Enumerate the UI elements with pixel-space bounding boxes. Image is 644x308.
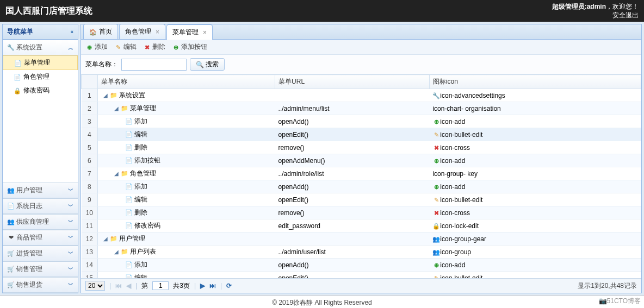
sidebar-panel-2[interactable]: 📄 系统日志 ︾ xyxy=(3,198,78,214)
collapse-left-icon[interactable]: « xyxy=(70,29,73,35)
logout-link[interactable]: 安全退出 xyxy=(612,11,639,19)
sidebar-item-1[interactable]: 📄角色管理 xyxy=(3,70,78,84)
next-page-button[interactable]: ▶ xyxy=(200,282,205,290)
footer: © 2019徐春静 All Rights Reserved xyxy=(0,296,644,308)
page-icon: 📄 xyxy=(125,274,133,278)
heart-icon: ❤ xyxy=(7,234,15,241)
group-icon: 👥 xyxy=(7,186,15,194)
table-row[interactable]: 7 ◢📁 角色管理 ../admin/role/list icon-group-… xyxy=(82,167,641,180)
table-row[interactable]: 6 📄 添加按钮 openAddMenu() ⊕icon-add xyxy=(82,154,641,167)
add-icon: ⊕ xyxy=(432,183,440,191)
table-row[interactable]: 4 📄 编辑 openEdit() ✎icon-bullet-edit xyxy=(82,128,641,141)
watermark: 📷51CTO博客 xyxy=(599,297,641,306)
edit-icon: ✎ xyxy=(432,196,440,204)
table-row[interactable]: 3 📄 添加 openAdd() ⊕icon-add xyxy=(82,115,641,128)
last-page-button[interactable]: ⏭ xyxy=(209,282,216,290)
lock-icon: 🔒 xyxy=(432,222,440,230)
sidebar-title: 导航菜单 « xyxy=(3,24,78,40)
tree-toggle-icon[interactable]: ◢ xyxy=(103,236,108,242)
tab-2[interactable]: 菜单管理× xyxy=(166,24,213,40)
cross-icon: ✖ xyxy=(432,209,440,217)
sidebar-panel-6[interactable]: 🛒 销售管理 ︾ xyxy=(3,261,78,277)
edit-icon: ✎ xyxy=(432,274,440,279)
tab-0[interactable]: 🏠首页 xyxy=(83,24,118,39)
sidebar-panel-5[interactable]: 🛒 进货管理 ︾ xyxy=(3,246,78,261)
page-icon: 📄 xyxy=(125,222,133,229)
cross-icon: ✖ xyxy=(432,144,440,152)
first-page-button[interactable]: ⏮ xyxy=(115,282,122,290)
chevron-icon: ︾ xyxy=(68,250,73,257)
sidebar-panel-0[interactable]: 🔧 系统设置 ︽ xyxy=(3,40,78,55)
search-input[interactable] xyxy=(121,59,187,71)
add-button[interactable]: ⊕添加 xyxy=(85,42,108,52)
refresh-button[interactable]: ⟳ xyxy=(226,282,232,290)
header-user-area: 超级管理员:admin，欢迎您！ 安全退出 xyxy=(552,2,639,20)
cart-icon: 🛒 xyxy=(7,249,15,257)
page-icon: 📄 xyxy=(14,59,22,67)
chevron-icon: ︽ xyxy=(68,44,73,52)
table-row[interactable]: 2 ◢📁 菜单管理 ../admin/menu/list icon-chart-… xyxy=(82,102,641,115)
tab-1[interactable]: 角色管理× xyxy=(119,24,165,39)
table-row[interactable]: 10 📄 删除 remove() ✖icon-cross xyxy=(82,206,641,219)
pager-info: 显示1到20,共48记录 xyxy=(578,281,637,291)
lock-icon: 🔒 xyxy=(14,87,21,95)
page-icon: 📄 xyxy=(125,156,133,164)
page-icon: 📄 xyxy=(125,130,133,138)
column-header[interactable]: 菜单名称 xyxy=(98,75,275,89)
table-row[interactable]: 8 📄 添加 openAdd() ⊕icon-add xyxy=(82,180,641,193)
sidebar-panel-3[interactable]: 👥 供应商管理 ︾ xyxy=(3,214,78,230)
cross-icon: ✖ xyxy=(143,43,151,51)
add-icon: ⊕ xyxy=(432,261,440,269)
table-row[interactable]: 14 📄 添加 openAdd() ⊕icon-add xyxy=(82,259,641,272)
home-icon: 🏠 xyxy=(89,28,97,36)
page-input[interactable] xyxy=(152,281,169,290)
page-icon: 📄 xyxy=(7,202,15,210)
table-row[interactable]: 9 📄 编辑 openEdit() ✎icon-bullet-edit xyxy=(82,193,641,206)
tab-bar: 🏠首页 角色管理× 菜单管理× xyxy=(81,24,641,40)
table-row[interactable]: 13 ◢📁 用户列表 ../admin/user/list 👥icon-grou… xyxy=(82,246,641,259)
sidebar-panel-4[interactable]: ❤ 商品管理 ︾ xyxy=(3,230,78,246)
tree-toggle-icon[interactable]: ◢ xyxy=(114,171,119,177)
remove-button[interactable]: ✖删除 xyxy=(143,42,165,52)
search-button[interactable]: 🔍搜索 xyxy=(190,58,225,71)
folder-icon: 📁 xyxy=(110,91,117,99)
cart-icon: 🛒 xyxy=(7,265,15,273)
chevron-icon: ︾ xyxy=(68,281,73,289)
table-row[interactable]: 12 ◢📁 用户管理 👥icon-group-gear xyxy=(82,232,641,246)
column-header[interactable]: 菜单URL xyxy=(275,75,430,89)
edit-icon: ✎ xyxy=(114,43,122,51)
prev-page-button[interactable]: ◀ xyxy=(126,282,131,290)
page-icon: 📄 xyxy=(125,183,133,190)
group-icon: 👥 xyxy=(7,218,15,225)
chevron-icon: ︾ xyxy=(68,266,73,273)
table-row[interactable]: 11 📄 修改密码 edit_password 🔒icon-lock-edit xyxy=(82,219,641,232)
tree-toggle-icon[interactable]: ◢ xyxy=(114,249,119,255)
toolbar: ⊕添加 ✎编辑 ✖删除 ⊕添加按钮 xyxy=(81,40,641,55)
sidebar-panel-1[interactable]: 👥 用户管理 ︾ xyxy=(3,183,78,198)
column-header[interactable]: 图标icon xyxy=(429,75,641,89)
chevron-icon: ︾ xyxy=(68,203,73,210)
page-size-select[interactable]: 20 xyxy=(85,281,105,291)
wrench-icon: 🔧 xyxy=(432,92,440,99)
table-row[interactable]: 15 📄 编辑 openEdit() ✎icon-bullet-edit xyxy=(82,272,641,279)
folder-icon: 📁 xyxy=(121,104,128,112)
table-row[interactable]: 5 📄 删除 remove() ✖icon-cross xyxy=(82,141,641,154)
edit-icon: ✎ xyxy=(432,131,440,139)
page-icon: 📄 xyxy=(125,196,133,203)
sidebar: 导航菜单 « 🔧 系统设置 ︽📄菜单管理📄角色管理🔒修改密码 👥 用户管理 ︾ … xyxy=(2,24,78,293)
edit-button[interactable]: ✎编辑 xyxy=(114,42,137,52)
sidebar-panel-7[interactable]: 🛒 销售退货 ︾ xyxy=(3,277,78,293)
chevron-icon: ︾ xyxy=(68,218,73,226)
close-icon[interactable]: × xyxy=(203,29,207,36)
sidebar-item-2[interactable]: 🔒修改密码 xyxy=(3,84,78,97)
close-icon[interactable]: × xyxy=(156,28,159,36)
sidebar-item-0[interactable]: 📄菜单管理 xyxy=(3,55,78,70)
add-icon: ⊕ xyxy=(85,43,93,51)
table-row[interactable]: 1 ◢📁 系统设置 🔧icon-advancedsettings xyxy=(82,89,641,102)
add-menu-button[interactable]: ⊕添加按钮 xyxy=(172,42,207,52)
page-icon: 📄 xyxy=(125,261,133,268)
tree-toggle-icon[interactable]: ◢ xyxy=(114,105,119,111)
app-title: 国人西服门店管理系统 xyxy=(5,5,92,17)
page-icon: 📄 xyxy=(125,209,133,216)
tree-toggle-icon[interactable]: ◢ xyxy=(103,92,108,98)
